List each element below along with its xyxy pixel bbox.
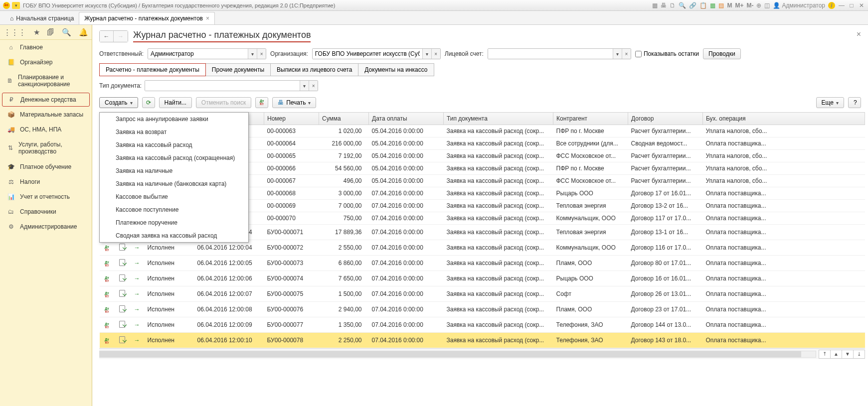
mem-mplus[interactable]: M+ (735, 2, 743, 9)
dtkt-button[interactable]: ДтКт (255, 97, 268, 108)
back-button[interactable]: ← (100, 31, 114, 42)
create-menu-item-5[interactable]: Заявка на наличные (банковская карта) (100, 177, 248, 190)
maximize-button[interactable]: □ (848, 2, 855, 9)
show-balance-input[interactable] (635, 51, 642, 57)
table-row[interactable]: ДтКт→Исполнен06.04.2016 12:00:06БУ00-000… (100, 271, 865, 286)
responsible-combo[interactable]: ▾ × (148, 48, 266, 59)
clear-icon[interactable]: × (431, 49, 440, 59)
postings-button[interactable]: Проводки (703, 48, 741, 59)
col-header-7[interactable]: Дата оплаты (369, 113, 444, 125)
col-header-9[interactable]: Контрагент (553, 113, 628, 125)
link-icon[interactable]: 🔗 (689, 2, 696, 9)
print-icon[interactable]: 🖶 (661, 2, 667, 9)
home-tab[interactable]: ⌂ Начальная страница (5, 12, 79, 24)
create-menu-item-8[interactable]: Платежное поручение (100, 216, 248, 229)
subtab-3[interactable]: Документы на инкассо (358, 63, 434, 76)
sidebar-item-10[interactable]: 🗂Справочники (0, 204, 92, 219)
scroll-top-button[interactable]: ⤒ (819, 350, 831, 359)
help-button[interactable]: ? (848, 97, 861, 108)
scroll-up-button[interactable]: ▲ (830, 350, 842, 359)
refresh-button[interactable]: ⟳ (142, 97, 155, 108)
create-button[interactable]: Создать (99, 97, 138, 108)
subtab-0[interactable]: Расчетно - платежные документы (99, 63, 206, 76)
sidebar-item-11[interactable]: ⚙Администрирование (0, 219, 92, 234)
user-badge[interactable]: 👤 Администратор (773, 2, 825, 9)
org-input[interactable] (313, 49, 422, 59)
create-menu-item-4[interactable]: Заявка на наличные (100, 164, 248, 177)
dropdown-icon[interactable]: ▾ (248, 49, 257, 59)
create-menu-item-6[interactable]: Кассовое выбытие (100, 190, 248, 203)
app-menu-dropdown[interactable] (12, 2, 20, 9)
create-menu-item-3[interactable]: Заявка на кассовый расход (сокращенная) (100, 151, 248, 164)
close-button[interactable]: ✕ (858, 2, 865, 9)
calc-icon[interactable]: ▦ (710, 2, 715, 9)
sidebar-item-7[interactable]: 🎓Платное обучение (0, 159, 92, 174)
apps-icon[interactable]: ⋮⋮⋮ (3, 28, 26, 37)
sidebar-item-8[interactable]: ⚖Налоги (0, 174, 92, 189)
mem-mminus[interactable]: M- (746, 2, 753, 9)
scroll-down-button[interactable]: ▼ (842, 350, 854, 359)
sidebar-item-2[interactable]: 🗎Планирование и санкционирование (0, 70, 92, 92)
clipboard2-icon[interactable]: 🗐 (47, 28, 54, 36)
col-header-11[interactable]: Бух. операция (703, 113, 865, 125)
create-menu-item-9[interactable]: Сводная заявка на кассовый расход (100, 229, 248, 242)
search-icon[interactable]: 🔍 (679, 2, 686, 9)
org-combo[interactable]: ▾ × (312, 48, 441, 59)
clipboard-icon[interactable]: 📋 (699, 2, 707, 9)
find-button[interactable]: Найти... (159, 97, 192, 108)
sidebar-item-5[interactable]: 🚚ОС, НМА, НПА (0, 122, 92, 137)
table-row[interactable]: ДтКт→Исполнен06.04.2016 12:00:08БУ00-000… (100, 302, 865, 317)
create-menu-item-1[interactable]: Заявка на возврат (100, 126, 248, 138)
sidebar-item-4[interactable]: 📦Материальные запасы (0, 107, 92, 122)
clear-icon[interactable]: × (622, 49, 631, 59)
search2-icon[interactable]: 🔍 (62, 28, 71, 37)
print-button[interactable]: 🖶 Печать (272, 97, 316, 108)
sidebar-item-6[interactable]: ⇅Услуги, работы, производство (0, 137, 92, 159)
mem-m[interactable]: M (727, 2, 732, 9)
dropdown-icon[interactable]: ▾ (613, 49, 622, 59)
table-row[interactable]: ДтКт→Исполнен06.04.2016 12:00:07БУ00-000… (100, 286, 865, 302)
subtab-2[interactable]: Выписки из лицевого счета (270, 63, 358, 76)
more-button[interactable]: Еще (816, 97, 844, 108)
create-menu-item-0[interactable]: Запрос на аннулирование заявки (100, 113, 248, 126)
bell-icon[interactable]: 🔔 (79, 28, 88, 37)
sidebar-item-3[interactable]: ₽Денежные средства (2, 93, 90, 107)
col-header-8[interactable]: Тип документа (444, 113, 553, 125)
forward-button[interactable]: → (114, 31, 128, 42)
responsible-input[interactable] (148, 49, 248, 59)
horizontal-scrollbar[interactable] (99, 351, 816, 358)
col-header-10[interactable]: Договор (628, 113, 703, 125)
dropdown-icon[interactable]: ▾ (300, 81, 309, 91)
page-tab[interactable]: Журнал расчетно - платежных документов × (79, 12, 215, 24)
show-balance-checkbox[interactable]: Показывать остатки (635, 50, 699, 57)
account-input[interactable] (488, 49, 613, 59)
star-icon[interactable]: ★ (33, 28, 40, 37)
calendar-icon[interactable]: ▤ (718, 2, 724, 9)
info-icon[interactable]: i (828, 2, 835, 9)
col-header-6[interactable]: Сумма (319, 113, 369, 125)
panels-icon[interactable]: ◫ (764, 2, 770, 9)
table-row[interactable]: ДтКт→Исполнен06.04.2016 12:00:09БУ00-000… (100, 317, 865, 333)
col-header-5[interactable]: Номер (264, 113, 319, 125)
dropdown-icon[interactable]: ▾ (422, 49, 431, 59)
clear-icon[interactable]: × (257, 49, 266, 59)
tab-close-icon[interactable]: × (206, 15, 209, 22)
subtab-1[interactable]: Прочие документы (205, 63, 271, 76)
doctype-input[interactable] (145, 81, 300, 91)
cancel-search-button[interactable]: Отменить поиск (196, 97, 251, 108)
clear-icon[interactable]: × (309, 81, 318, 91)
document-icon[interactable]: 🗋 (670, 2, 676, 9)
page-close-icon[interactable]: × (857, 30, 861, 39)
minimize-button[interactable]: — (838, 2, 845, 9)
sidebar-item-1[interactable]: 📒Органайзер (0, 55, 92, 70)
grid-icon[interactable]: ▦ (652, 2, 658, 9)
table-row[interactable]: ДтКт→Исполнен06.04.2016 12:00:10БУ00-000… (100, 333, 865, 348)
scroll-bottom-button[interactable]: ⤓ (853, 350, 865, 359)
doctype-combo[interactable]: ▾ × (145, 80, 318, 91)
zoom-icon[interactable]: ⊕ (756, 2, 761, 9)
account-combo[interactable]: ▾ × (488, 48, 631, 59)
table-row[interactable]: ДтКт→Исполнен06.04.2016 12:00:05БУ00-000… (100, 256, 865, 271)
sidebar-item-0[interactable]: ⌂Главное (0, 40, 92, 55)
sidebar-item-9[interactable]: 📊Учет и отчетность (0, 189, 92, 204)
create-menu-item-2[interactable]: Заявка на кассовый расход (100, 138, 248, 151)
